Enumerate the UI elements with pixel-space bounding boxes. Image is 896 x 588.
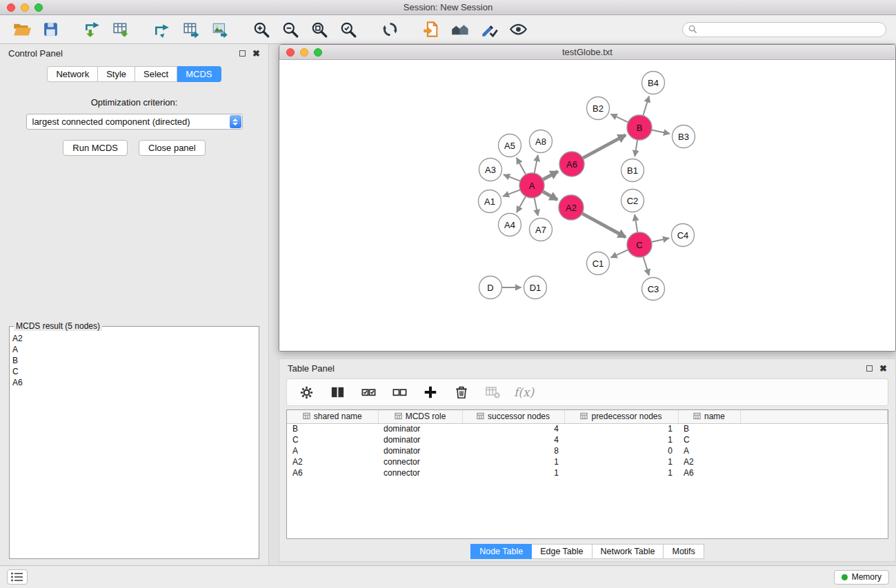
edge-A-A4[interactable]	[517, 196, 526, 212]
edge-A-A6[interactable]	[543, 172, 558, 180]
table-settings-button[interactable]	[297, 383, 316, 402]
zoom-selected-button[interactable]	[337, 18, 360, 41]
node-C[interactable]: C	[627, 232, 652, 257]
edge-B-B2[interactable]	[611, 114, 628, 123]
export-network-button[interactable]	[150, 18, 174, 41]
edge-A-A1[interactable]	[503, 190, 520, 196]
edge-C-C2[interactable]	[635, 214, 637, 232]
table-row[interactable]: A2connector11A2	[287, 456, 888, 467]
table-row[interactable]: Cdominator41C	[287, 434, 888, 445]
show-columns-button[interactable]	[328, 383, 347, 402]
float-table-panel-icon[interactable]	[866, 365, 873, 372]
network-zoom-button[interactable]	[314, 48, 322, 57]
import-network-button[interactable]	[80, 18, 103, 41]
memory-button[interactable]: Memory	[834, 570, 889, 585]
tab-network[interactable]: Network	[47, 66, 98, 82]
column-header-name[interactable]: name	[678, 410, 740, 423]
edge-C-C3[interactable]	[643, 256, 649, 275]
node-B[interactable]: B	[627, 115, 652, 140]
mcds-result-item[interactable]: A6	[12, 377, 256, 388]
table-row[interactable]: Adominator80A	[287, 445, 888, 456]
open-session-button[interactable]	[10, 18, 33, 41]
tab-node-table[interactable]: Node Table	[470, 544, 532, 559]
close-panel-icon[interactable]: ✖	[252, 49, 260, 58]
minimize-window-button[interactable]	[21, 3, 29, 12]
node-A4[interactable]: A4	[499, 214, 521, 236]
node-C4[interactable]: C4	[672, 224, 695, 247]
edge-B-B1[interactable]	[635, 140, 637, 156]
criterion-dropdown[interactable]: largest connected component (directed)	[26, 114, 243, 130]
table-row[interactable]: Bdominator41B	[287, 423, 888, 434]
node-B4[interactable]: B4	[642, 72, 665, 94]
node-A2[interactable]: A2	[559, 195, 584, 220]
task-history-button[interactable]	[7, 569, 28, 585]
network-close-button[interactable]	[286, 48, 295, 57]
select-all-columns-button[interactable]	[359, 383, 378, 402]
mcds-result-item[interactable]: C	[12, 366, 256, 377]
node-A7[interactable]: A7	[530, 219, 552, 241]
delete-table-button[interactable]	[483, 383, 502, 402]
close-table-panel-icon[interactable]: ✖	[879, 364, 887, 373]
node-D[interactable]: D	[479, 276, 502, 299]
tab-mcds[interactable]: MCDS	[177, 66, 221, 82]
export-image-button[interactable]	[208, 18, 232, 41]
mcds-result-item[interactable]: A2	[12, 333, 256, 344]
node-A8[interactable]: A8	[530, 130, 552, 153]
mcds-result-item[interactable]: B	[12, 355, 256, 366]
node-A6[interactable]: A6	[559, 152, 584, 176]
tab-motifs[interactable]: Motifs	[664, 544, 704, 559]
column-header-successor-nodes[interactable]: successor nodes	[462, 410, 564, 423]
column-header-mcds-role[interactable]: MCDS role	[378, 410, 462, 423]
float-panel-icon[interactable]	[239, 50, 246, 57]
node-A[interactable]: A	[519, 173, 544, 198]
edge-A-A5[interactable]	[517, 158, 526, 174]
apply-layout-button[interactable]	[378, 18, 401, 41]
zoom-fit-button[interactable]	[308, 18, 331, 41]
show-hide-button[interactable]	[506, 18, 530, 41]
network-canvas[interactable]: B4B2BB3A5A8A6A3B1AA1C2A2A4A7CC4C1C3DD1	[279, 60, 895, 351]
node-C1[interactable]: C1	[587, 252, 610, 275]
edge-B-B3[interactable]	[652, 130, 670, 134]
edge-A6-B[interactable]	[583, 135, 626, 159]
tab-select[interactable]: Select	[135, 66, 177, 82]
network-overview-button[interactable]	[448, 18, 472, 41]
node-A3[interactable]: A3	[479, 159, 502, 181]
apply-style-button[interactable]	[477, 18, 501, 41]
edge-A-A8[interactable]	[535, 155, 538, 173]
tab-style[interactable]: Style	[98, 66, 135, 82]
delete-column-button[interactable]	[452, 383, 471, 402]
edge-C-C1[interactable]	[611, 250, 628, 257]
node-A1[interactable]: A1	[479, 190, 501, 213]
save-session-button[interactable]	[39, 18, 62, 41]
edge-A-A7[interactable]	[535, 198, 538, 216]
close-panel-button[interactable]: Close panel	[139, 140, 206, 156]
function-builder-button[interactable]: f(x)	[514, 383, 534, 402]
node-B3[interactable]: B3	[673, 125, 695, 148]
network-minimize-button[interactable]	[300, 48, 308, 57]
node-B2[interactable]: B2	[587, 97, 610, 120]
create-column-button[interactable]	[421, 383, 440, 402]
node-C2[interactable]: C2	[621, 190, 644, 212]
zoom-in-button[interactable]	[250, 18, 273, 41]
column-header-shared-name[interactable]: shared name	[287, 410, 378, 423]
node-B1[interactable]: B1	[621, 159, 644, 182]
export-table-button[interactable]	[179, 18, 203, 41]
edge-A-A2[interactable]	[543, 192, 557, 200]
edge-A2-C[interactable]	[582, 214, 626, 237]
edge-A-A3[interactable]	[504, 174, 520, 181]
run-mcds-button[interactable]: Run MCDS	[63, 140, 128, 156]
mcds-result-item[interactable]: A	[12, 344, 256, 355]
node-C3[interactable]: C3	[642, 278, 665, 301]
column-header-predecessor-nodes[interactable]: predecessor nodes	[564, 410, 678, 423]
zoom-window-button[interactable]	[34, 3, 43, 12]
node-A5[interactable]: A5	[499, 134, 521, 157]
edge-C-C4[interactable]	[652, 238, 669, 242]
import-table-button[interactable]	[109, 18, 132, 41]
close-window-button[interactable]	[7, 3, 15, 12]
zoom-out-button[interactable]	[279, 18, 302, 41]
tab-network-table[interactable]: Network Table	[593, 544, 664, 559]
session-document-button[interactable]	[419, 18, 443, 41]
search-input[interactable]	[701, 25, 880, 34]
edge-B-B4[interactable]	[643, 97, 649, 116]
node-D1[interactable]: D1	[524, 276, 547, 299]
